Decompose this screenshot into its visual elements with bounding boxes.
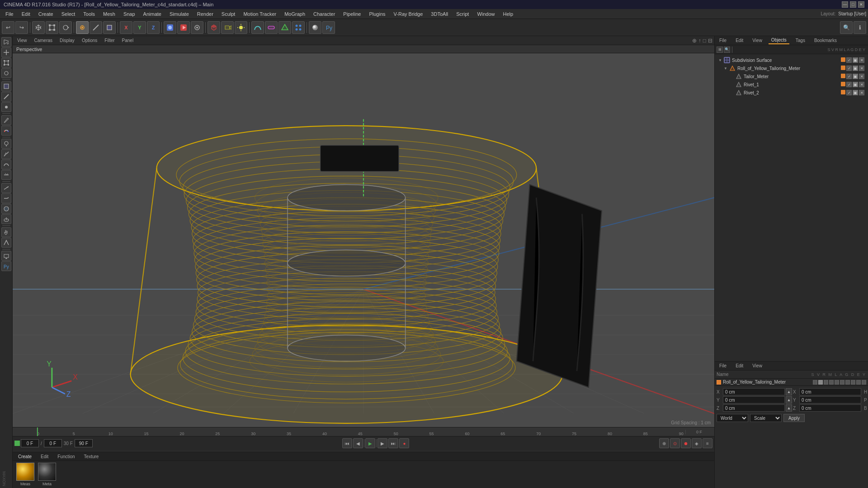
start-frame-input[interactable] — [21, 439, 39, 447]
current-frame-input[interactable] — [44, 439, 62, 447]
menu-window[interactable]: Window — [473, 10, 498, 18]
om-filter-btn[interactable]: ⊞ — [717, 47, 723, 53]
obj-render-btn-roll[interactable]: ▣ — [853, 66, 858, 71]
render-button[interactable] — [164, 21, 176, 34]
obj-x1-btn-roll[interactable]: ✕ — [859, 66, 864, 71]
mat-tab-function[interactable]: Function — [54, 453, 78, 460]
prop-icon-10[interactable] — [862, 380, 866, 385]
tree-item-rivet1[interactable]: ▶ Rivet_1 ✓ ▣ ✕ — [717, 80, 866, 89]
viewport-tab-cameras[interactable]: Cameras — [32, 37, 56, 44]
search-button[interactable]: 🔍 — [840, 21, 853, 34]
spline-button[interactable] — [251, 21, 264, 34]
edge-mode-button[interactable] — [90, 21, 102, 34]
next-frame-button[interactable]: ▶ — [377, 438, 387, 448]
prop-icon-3[interactable] — [824, 380, 828, 385]
sidebar-python-btn[interactable]: Py — [1, 261, 11, 271]
menu-simulate[interactable]: Simulate — [166, 10, 193, 18]
om-tab-objects[interactable]: Objects — [769, 37, 789, 44]
obj-render-btn-tailor[interactable]: ▣ — [853, 74, 858, 79]
timeline-options-button[interactable]: ≡ — [703, 438, 712, 448]
menu-help[interactable]: Help — [500, 10, 517, 18]
sidebar-smear-btn[interactable] — [1, 193, 11, 203]
end-frame-input[interactable] — [75, 439, 93, 447]
world-select[interactable]: World Local — [717, 414, 748, 422]
prop-icon-1[interactable] — [813, 380, 817, 385]
close-button[interactable]: ✕ — [858, 1, 864, 8]
obj-visible-btn-rivet2[interactable]: ✓ — [846, 90, 852, 95]
om-tab-file[interactable]: File — [717, 37, 729, 44]
sidebar-edge-btn[interactable] — [1, 92, 11, 102]
menu-mograph[interactable]: MoGraph — [281, 10, 309, 18]
material-item-meta[interactable]: Meta — [38, 463, 56, 486]
viewport-tab-options[interactable]: Options — [79, 37, 100, 44]
menu-plugins[interactable]: Plugins — [365, 10, 389, 18]
undo-button[interactable]: ↩ — [2, 21, 14, 34]
generator-button[interactable] — [278, 21, 291, 34]
sidebar-smooth-btn[interactable] — [1, 160, 11, 169]
obj-visible-btn-tailor[interactable]: ✓ — [846, 74, 852, 79]
tree-item-subdivision[interactable]: ▼ Subdivision Surface ✓ ▣ ✕ — [717, 56, 866, 64]
material-button[interactable] — [309, 21, 321, 34]
object-mode-button[interactable] — [76, 21, 89, 34]
coord-pz-input[interactable] — [799, 404, 861, 412]
x-axis-button[interactable]: X — [120, 21, 132, 34]
viewport-tab-view[interactable]: View — [14, 37, 30, 44]
sidebar-move-btn[interactable] — [1, 47, 11, 57]
viewport-3d[interactable]: X Y Z Grid Spacing : 1 cm — [13, 53, 714, 427]
play-button[interactable]: ▶ — [365, 438, 375, 448]
menu-mesh[interactable]: Mesh — [99, 10, 119, 18]
move-tool-button[interactable] — [32, 21, 45, 34]
info-button[interactable]: ℹ — [854, 21, 866, 34]
mograph-cloner-button[interactable] — [292, 21, 305, 34]
menu-sculpt[interactable]: Sculpt — [218, 10, 239, 18]
go-to-start-button[interactable]: ⏮ — [342, 438, 352, 448]
menu-motion-tracker[interactable]: Motion Tracker — [240, 10, 280, 18]
obj-x1-btn-rivet1[interactable]: ✕ — [859, 82, 864, 87]
irender-button[interactable] — [177, 21, 190, 34]
y-axis-button[interactable]: Y — [133, 21, 146, 34]
coord-y-input[interactable] — [723, 396, 785, 404]
apply-button[interactable]: Apply — [783, 414, 805, 422]
timeline-ruler[interactable]: 0 5 10 15 20 25 30 35 40 45 50 55 — [13, 427, 714, 436]
am-tab-view[interactable]: View — [750, 362, 765, 369]
poly-mode-button[interactable] — [103, 21, 116, 34]
menu-snap[interactable]: Snap — [120, 10, 139, 18]
obj-render-btn[interactable]: ▣ — [853, 57, 858, 63]
camera-button[interactable] — [221, 21, 234, 34]
material-item-meas[interactable]: Meas — [16, 463, 34, 486]
menu-select[interactable]: Select — [58, 10, 79, 18]
prop-icon-9[interactable] — [856, 380, 861, 385]
viewport-tab-display[interactable]: Display — [57, 37, 77, 44]
obj-x1-btn[interactable]: ✕ — [859, 57, 864, 63]
prop-icon-2[interactable] — [818, 380, 823, 385]
sidebar-brush-btn[interactable] — [1, 139, 11, 149]
coord-z-spin[interactable]: ▲ — [786, 404, 792, 412]
obj-x1-btn-rivet2[interactable]: ✕ — [859, 90, 864, 95]
tree-item-tailor[interactable]: ▶ Tailor_Meter ✓ ▣ ✕ — [717, 72, 866, 80]
coord-py-input[interactable] — [799, 396, 861, 404]
coord-y-spin[interactable]: ▲ — [786, 396, 792, 404]
selected-object-row[interactable]: Roll_of_Yellow_Tailoring_Meter — [715, 379, 868, 386]
viewport-tab-filter[interactable]: Filter — [102, 37, 117, 44]
om-tab-bookmarks[interactable]: Bookmarks — [811, 37, 840, 44]
timeline-mode-button[interactable]: ◈ — [692, 438, 702, 448]
am-tab-file[interactable]: File — [717, 362, 729, 369]
auto-key-button[interactable]: ⊙ — [670, 438, 680, 448]
mat-tab-texture[interactable]: Texture — [80, 453, 103, 460]
maximize-button[interactable]: □ — [850, 1, 856, 8]
z-axis-button[interactable]: Z — [147, 21, 160, 34]
prev-frame-button[interactable]: ◀ — [353, 438, 363, 448]
obj-visible-btn-roll[interactable]: ✓ — [846, 66, 852, 71]
viewport-crosshair-icon[interactable]: ⊕ — [692, 38, 697, 44]
menu-pipeline[interactable]: Pipeline — [340, 10, 364, 18]
obj-visible-btn[interactable]: ✓ — [846, 57, 852, 63]
sidebar-twist-btn[interactable] — [1, 183, 11, 193]
tree-item-roll[interactable]: ▼ Roll_of_Yellow_Tailoring_Meter ✓ ▣ ✕ — [717, 64, 866, 72]
menu-character[interactable]: Character — [310, 10, 339, 18]
viewport-tab-panel[interactable]: Panel — [119, 37, 137, 44]
coord-z-input[interactable] — [723, 404, 785, 412]
coord-x-spin[interactable]: ▲ — [786, 388, 792, 395]
minimize-button[interactable]: — — [842, 1, 848, 8]
redo-button[interactable]: ↪ — [15, 21, 28, 34]
sidebar-crease-btn[interactable] — [1, 238, 11, 248]
